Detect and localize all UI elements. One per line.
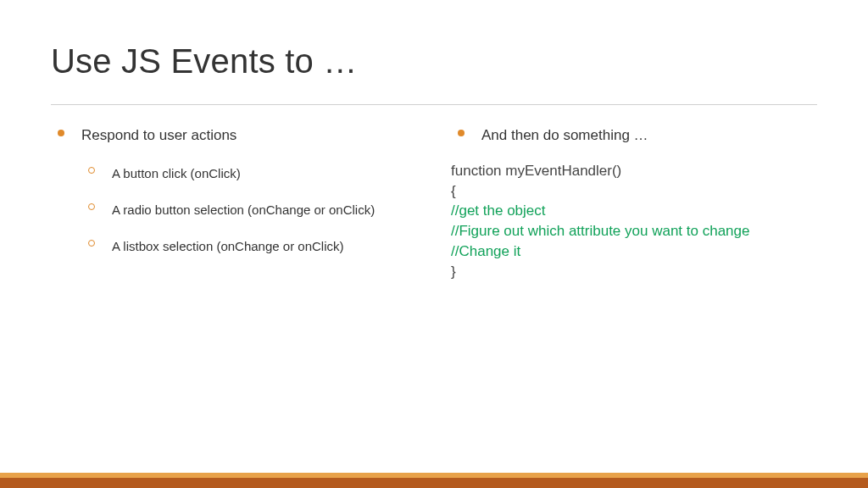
code-line: function myEventHandler() bbox=[451, 161, 817, 181]
list-item-text: And then do something … bbox=[481, 127, 648, 143]
list-subitem-text: A button click (onClick) bbox=[112, 166, 241, 180]
right-column: And then do something … function myEvent… bbox=[451, 125, 817, 282]
list-subitem: A radio button selection (onChange or on… bbox=[81, 201, 417, 219]
list-subitem: A listbox selection (onChange or onClick… bbox=[81, 237, 417, 255]
footer-bands bbox=[0, 473, 868, 488]
list-item: Respond to user actions A button click (… bbox=[51, 125, 417, 255]
divider bbox=[51, 104, 817, 105]
code-comment: //get the object bbox=[451, 201, 817, 221]
left-sublist: A button click (onClick) A radio button … bbox=[81, 164, 417, 255]
list-subitem: A button click (onClick) bbox=[81, 164, 417, 182]
footer-band-bottom bbox=[0, 478, 868, 488]
code-line: { bbox=[451, 181, 817, 202]
code-comment: //Figure out which attribute you want to… bbox=[451, 221, 817, 241]
left-column: Respond to user actions A button click (… bbox=[51, 125, 417, 282]
list-subitem-text: A listbox selection (onChange or onClick… bbox=[112, 239, 343, 253]
code-block: function myEventHandler() { //get the ob… bbox=[451, 161, 817, 282]
list-subitem-text: A radio button selection (onChange or on… bbox=[112, 202, 375, 217]
left-list: Respond to user actions A button click (… bbox=[51, 125, 417, 255]
code-comment: //Change it bbox=[451, 241, 817, 262]
list-item: And then do something … bbox=[451, 125, 817, 146]
code-line: } bbox=[451, 262, 817, 282]
list-item-text: Respond to user actions bbox=[81, 127, 236, 143]
slide-title: Use JS Events to … bbox=[51, 42, 817, 80]
content-columns: Respond to user actions A button click (… bbox=[51, 125, 817, 282]
right-list: And then do something … bbox=[451, 125, 817, 146]
slide: Use JS Events to … Respond to user actio… bbox=[0, 0, 868, 488]
